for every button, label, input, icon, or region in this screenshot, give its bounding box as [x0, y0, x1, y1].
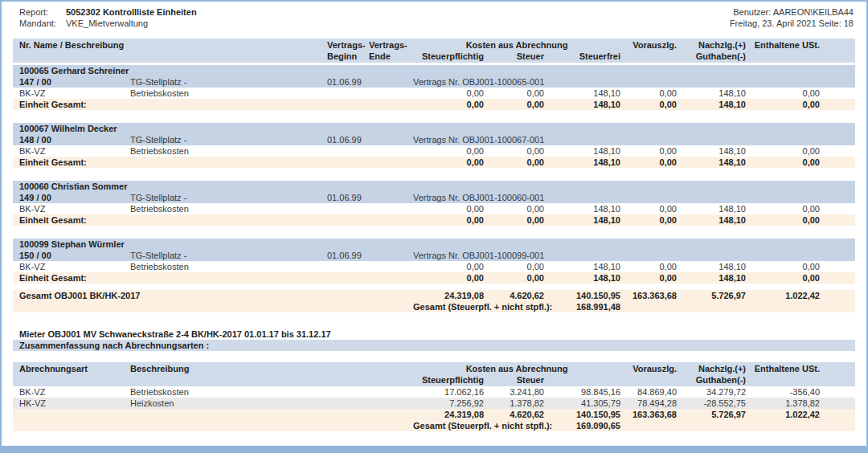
report-header-right: Benutzer: AAREON\KEILBA44 Freitag, 23. A… [730, 6, 854, 29]
amount-cell: -28.552,75 [677, 398, 746, 409]
abrechnungsart: BK-VZ [19, 145, 130, 157]
col-guthaben: Guthaben(-) [677, 374, 746, 386]
col-ust: Enthaltene USt. [746, 363, 820, 374]
amount-cell: 4.620,62 [484, 409, 544, 420]
abrechnungsart: HK-VZ [19, 398, 130, 409]
unit-cost-row: BK-VZ Betriebskosten 0,00 0,00 148,10 0,… [13, 261, 855, 272]
amount-cell: 0,00 [620, 214, 677, 226]
amount-cell: 148,10 [677, 214, 746, 226]
report-label: Report: [19, 6, 66, 18]
abrechnungsart-desc: Heizkosten [130, 398, 327, 409]
amount-cell: 148,10 [677, 99, 746, 110]
unit-vertrag-nr: Vertrags Nr. OBJ001-100067-001 [413, 134, 620, 145]
amount-cell: 0,00 [484, 203, 544, 214]
amount-cell: 0,00 [413, 88, 484, 99]
col-nr-name: Nr. Name / Beschreibung [19, 39, 327, 51]
unit-total-label: Einheit Gesamt: [19, 272, 130, 284]
amount-cell: 17.062,16 [413, 386, 484, 398]
amount-cell: 163.363,68 [620, 409, 677, 420]
amount-cell: 0,00 [746, 99, 820, 110]
amount-cell: 148,10 [677, 88, 746, 99]
unit-block: 100065 Gerhard Schreiner 147 / 00 TG-Ste… [13, 65, 855, 110]
unit-beginn: 01.06.99 [327, 192, 369, 203]
amount-cell: 0,00 [413, 145, 484, 157]
amount-cell: 41.305,79 [544, 398, 620, 409]
unit-total-row: Einheit Gesamt: 0,00 0,00 148,10 0,00 14… [13, 99, 855, 110]
summary-total-band: 24.319,08 4.620,62 140.150,95 163.363,68… [13, 409, 855, 431]
amount-cell: 0,00 [484, 214, 544, 226]
col-nachzlg: Nachzlg.(+) [677, 39, 746, 51]
amount-cell: 0,00 [746, 203, 820, 214]
col-beschreibung: Beschreibung [130, 363, 327, 374]
amount-cell: 148,10 [544, 157, 620, 168]
abrechnungsart-desc: Betriebskosten [130, 386, 327, 398]
report-value: 5052302 Kontrollliste Einheiten [66, 6, 197, 18]
summary-row: HK-VZ Heizkosten 7.256,92 1.378,82 41.30… [13, 398, 855, 409]
unit-desc: TG-Stellplatz - [130, 134, 327, 145]
abrechnungsart: BK-VZ [19, 386, 130, 398]
amount-cell: 3.241,80 [484, 386, 544, 398]
unit-total-row: Einheit Gesamt: 0,00 0,00 148,10 0,00 14… [13, 157, 855, 168]
unit-block: 100067 Wilhelm Decker 148 / 00 TG-Stellp… [13, 123, 855, 168]
unit-number: 148 / 00 [19, 134, 130, 145]
amount-cell: 34.279,72 [677, 386, 746, 398]
amount-cell: 4.620,62 [484, 290, 544, 301]
amount-cell: 1.022,42 [746, 409, 820, 420]
unit-number: 150 / 00 [19, 250, 130, 261]
unit-vertrag-nr: Vertrags Nr. OBJ001-100065-001 [413, 76, 620, 88]
unit-number: 147 / 00 [19, 76, 130, 88]
amount-cell: 0,00 [746, 261, 820, 272]
amount-cell: 0,00 [413, 99, 484, 110]
col-vertrags-ende: Vertrags- [369, 39, 413, 51]
abrechnungsart-desc: Betriebskosten [130, 88, 327, 99]
amount-cell: 1.378,82 [746, 398, 820, 409]
col-steuerpflichtig: Steuerpflichtig [413, 51, 484, 62]
col-vorauszlg: Vorauszlg. [620, 39, 677, 51]
col-steuer: Steuer [484, 51, 544, 62]
amount-cell: 0,00 [484, 99, 544, 110]
amount-cell: 0,00 [746, 145, 820, 157]
unit-desc: TG-Stellplatz - [130, 250, 327, 261]
unit-desc: TG-Stellplatz - [130, 76, 327, 88]
amount-cell: 148,10 [544, 145, 620, 157]
unit-header-band: 100060 Christian Sommer 149 / 00 TG-Stel… [13, 181, 855, 203]
summary-subtitle-band: Zusammenfassung nach Abrechnungsarten : [13, 340, 855, 351]
report-header: Report: 5052302 Kontrollliste Einheiten … [2, 2, 866, 29]
unit-number: 149 / 00 [19, 192, 130, 203]
amount-cell: 140.150,95 [544, 290, 620, 301]
object-gesamt-label: Gesamt (Steuerpfl. + nicht stpfl.): [413, 301, 544, 312]
amount-cell: 0,00 [413, 157, 484, 168]
col-vertrags-beginn: Vertrags- [327, 39, 369, 51]
summary-gesamt-label: Gesamt (Steuerpfl. + nicht stpfl.): [413, 420, 544, 431]
amount-cell: 0,00 [620, 272, 677, 284]
unit-vertrag-nr: Vertrags Nr. OBJ001-100060-001 [413, 192, 620, 203]
summary-table-header: Abrechnungsart Beschreibung Kosten aus A… [13, 362, 855, 386]
unit-cost-row: BK-VZ Betriebskosten 0,00 0,00 148,10 0,… [13, 145, 855, 157]
unit-name: 100099 Stephan Würmler [19, 239, 413, 250]
amount-cell: 24.319,08 [413, 290, 484, 301]
amount-cell: 98.845,16 [544, 386, 620, 398]
amount-cell: 148,10 [544, 88, 620, 99]
col-kosten: Kosten aus Abrechnung [413, 39, 620, 51]
unit-cost-row: BK-VZ Betriebskosten 0,00 0,00 148,10 0,… [13, 203, 855, 214]
amount-cell: 84.869,40 [620, 386, 677, 398]
summary-subtitle: Zusammenfassung nach Abrechnungsarten : [13, 340, 855, 351]
unit-desc: TG-Stellplatz - [130, 192, 327, 203]
amount-cell: 1.378,82 [484, 398, 544, 409]
amount-cell: 148,10 [677, 203, 746, 214]
summary-row: BK-VZ Betriebskosten 17.062,16 3.241,80 … [13, 386, 855, 398]
amount-cell: 148,10 [677, 145, 746, 157]
unit-total-label: Einheit Gesamt: [19, 214, 130, 226]
amount-cell: 0,00 [413, 203, 484, 214]
amount-cell: 78.494,28 [620, 398, 677, 409]
mandant-value: VKE_Mietverwaltung [66, 18, 197, 29]
col-ust: Enthaltene USt. [746, 39, 820, 51]
col-steuerpflichtig: Steuerpflichtig [413, 374, 484, 386]
unit-beginn: 01.06.99 [327, 76, 369, 88]
amount-cell: 0,00 [620, 157, 677, 168]
amount-cell: 0,00 [620, 99, 677, 110]
unit-block: 100060 Christian Sommer 149 / 00 TG-Stel… [13, 181, 855, 226]
unit-name: 100060 Christian Sommer [19, 181, 413, 192]
amount-cell: 148,10 [677, 272, 746, 284]
amount-cell: 0,00 [484, 272, 544, 284]
